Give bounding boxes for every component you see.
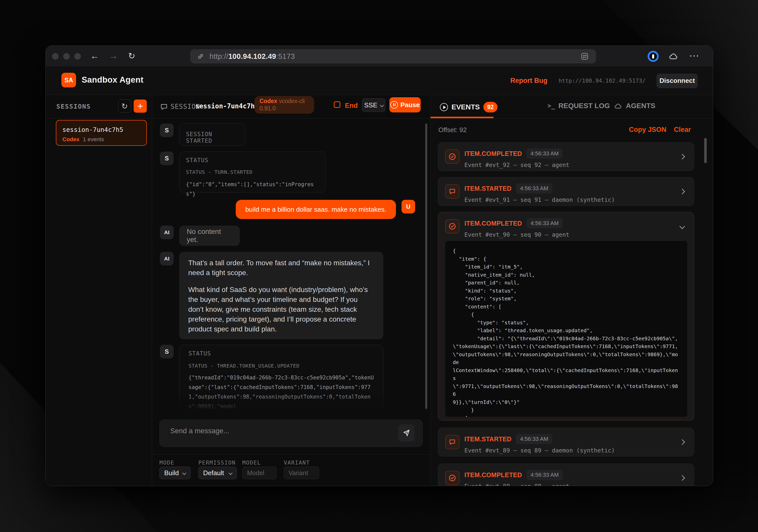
event-type: ITEM.STARTED [465,185,511,192]
event-card[interactable]: ITEM.STARTED4:56:33 AM Event #evt_91 – s… [438,177,694,206]
cloud-icon[interactable] [668,52,678,60]
event-card[interactable]: ITEM.COMPLETED4:56:33 AM Event #evt_88 –… [438,464,694,486]
url-text: http://100.94.102.49:5173 [209,52,295,61]
pause-button[interactable]: Pause [389,97,421,113]
session-item-name: session-7un4c7h5 [62,126,123,133]
reload-button[interactable]: ↻ [128,50,135,61]
model-label: MODEL [242,459,261,466]
play-circle-icon [440,103,448,111]
chevron-down-icon [229,471,233,475]
end-checkbox[interactable] [334,101,340,108]
event-summary: Event #evt_90 – seq 90 – agent [465,231,569,238]
event-type: ITEM.COMPLETED [465,471,522,479]
check-circle-icon [445,219,459,233]
traffic-light-close[interactable] [52,53,59,60]
variant-field-wrap [284,467,319,479]
user-message: build me a billion dollar saas. make no … [236,200,396,219]
message-bubble-icon [445,435,459,449]
model-field-wrap [242,467,277,479]
variant-label: VARIANT [284,459,310,466]
chat-scrollbar[interactable] [425,123,427,409]
password-manager-icon[interactable] [648,51,659,62]
check-circle-icon [445,471,459,485]
tab-events-label: EVENTS [452,103,480,111]
page-settings-icon[interactable] [580,51,590,61]
session-list-item[interactable]: session-7un4c7h5 Codex1 events [56,120,147,146]
event-json: { "item": { "item_id": "itm_5", "native_… [453,247,680,417]
message-subtitle: STATUS - TURN.STARTED [186,169,319,175]
events-divider [430,95,431,486]
event-card-expanded[interactable]: ITEM.COMPLETED4:56:33 AM Event #evt_90 –… [438,212,694,420]
system-avatar: S [160,345,174,358]
send-button[interactable] [398,424,414,442]
end-label[interactable]: End [345,102,358,110]
connected-url: http://100.94.102.49:5173/ [559,78,645,84]
event-time: 4:56:33 AM [516,183,552,193]
tab-request-log-label: REQUEST LOG [558,102,610,110]
event-card[interactable]: ITEM.STARTED4:56:33 AM Event #evt_89 – s… [438,428,694,456]
header-divider [46,118,713,118]
transport-select[interactable]: SSE [362,98,385,112]
mode-value: Build [164,469,179,477]
new-session-button[interactable]: + [134,100,147,113]
permission-select[interactable]: Default [198,467,237,479]
tab-events[interactable]: EVENTS 92 [440,102,498,113]
message-subtitle: STATUS - THREAD.TOKEN_USAGE.UPDATED [189,363,374,369]
url-host: 100.94.102.49 [228,52,276,60]
copy-json-button[interactable]: Copy JSON [629,126,667,134]
disconnect-button[interactable]: Disconnect [657,74,698,88]
app-header: SA Sandbox Agent Report Bug http://100.9… [46,66,713,95]
browser-menu-icon[interactable]: ⋯ [689,50,700,61]
sessions-panel-title: SESSIONS [56,103,91,110]
back-button[interactable]: ← [90,50,99,61]
chevron-down-icon [679,223,685,229]
events-scrollbar[interactable] [704,138,707,163]
clear-events-button[interactable]: Clear [674,126,691,134]
traffic-light-minimize[interactable] [63,53,70,60]
model-input[interactable] [243,467,276,479]
chevron-right-icon [679,475,685,481]
chevron-right-icon [679,154,685,160]
browser-chrome: ← → ↻ http://100.94.102.49:5173 [46,46,713,66]
ai-message-paragraph: What kind of SaaS do you want (industry/… [188,285,374,334]
message-bubble-icon [445,184,459,199]
message-input[interactable] [170,426,388,443]
sidebar-divider [152,95,152,486]
event-json-block: { "item": { "item_id": "itm_5", "native_… [445,241,687,417]
chevron-right-icon [679,189,685,194]
transport-value: SSE [364,101,377,109]
link-icon [197,52,204,60]
badge-cli: vcodex-cli [277,98,305,104]
chevron-right-icon [679,439,685,445]
mode-select[interactable]: Build [159,467,190,479]
chevron-down-icon [380,103,384,107]
traffic-light-zoom[interactable] [74,53,81,60]
refresh-icon: ↻ [121,102,127,111]
tab-agents[interactable]: AGENTS [614,102,655,110]
ai-message-paragraph: That’s a tall order. To move fast and “m… [188,258,374,278]
event-card[interactable]: ITEM.COMPLETED4:56:33 AM Event #evt_92 –… [438,142,694,171]
agent-version-badge: Codex vcodex-cli0.91.0 [255,96,314,114]
address-bar[interactable]: http://100.94.102.49:5173 [190,49,596,63]
ai-avatar: AI [160,252,174,265]
browser-window: ← → ↻ http://100.94.102.49:5173 [46,46,713,486]
events-offset: Offset: 92 [438,126,467,134]
event-summary: Event #evt_91 – seq 91 – daemon (synthet… [465,197,615,203]
message-composer [159,419,423,447]
forward-button[interactable]: → [109,50,118,61]
event-summary: Event #evt_92 – seq 92 – agent [465,162,569,168]
session-name: session-7un4c7h5 [195,102,258,110]
refresh-sessions-button[interactable]: ↻ [118,100,131,113]
message-title: SESSION STARTED [186,131,238,144]
message-status-turn-started: STATUS STATUS - TURN.STARTED {"id":"0","… [179,151,326,192]
app-title: Sandbox Agent [82,75,144,84]
chevron-down-icon [183,471,187,475]
tab-request-log[interactable]: >_ REQUEST LOG [547,102,610,110]
events-count-badge: 92 [483,102,498,113]
report-bug-link[interactable]: Report Bug [510,77,547,84]
variant-input[interactable] [284,467,319,479]
mode-label: MODE [159,459,174,466]
event-time: 4:56:33 AM [527,149,563,159]
badge-provider: Codex [259,98,277,104]
session-item-count: 1 events [83,136,104,143]
